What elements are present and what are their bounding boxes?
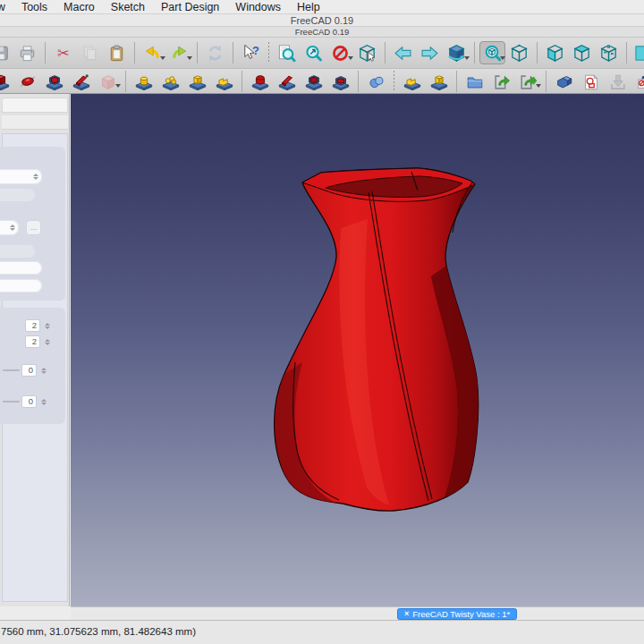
- toolbar-separator: [125, 71, 126, 92]
- angle-spinbox-2[interactable]: 0: [21, 395, 37, 408]
- panel-sub-header: [2, 115, 68, 130]
- cursor-coordinates: 7560 mm, 31.075623 mm, 81.482643 mm): [1, 626, 196, 637]
- menu-item-view[interactable]: View: [0, 0, 13, 14]
- dropdown-caret-icon: [187, 56, 192, 60]
- draw-style-icon[interactable]: [327, 41, 353, 64]
- std-part-icon[interactable]: [631, 71, 644, 92]
- revolution-icon[interactable]: [14, 71, 40, 92]
- additive-primitives-icon[interactable]: [211, 71, 237, 92]
- additive-sphere-icon[interactable]: [157, 71, 183, 92]
- import-icon[interactable]: [605, 71, 631, 92]
- fit-all-icon[interactable]: [274, 41, 300, 64]
- svg-text:✂: ✂: [57, 45, 70, 61]
- print-icon[interactable]: [14, 41, 40, 64]
- toolbar-separator: [242, 71, 242, 92]
- additive-cylinder-icon[interactable]: [131, 71, 157, 92]
- whats-this-icon[interactable]: ?: [238, 41, 264, 64]
- dropdown-caret-icon: [160, 56, 165, 60]
- dropdown-caret-icon: [536, 84, 541, 88]
- boolean-icon[interactable]: [363, 71, 389, 92]
- spinner-arrows-icon[interactable]: [8, 222, 16, 233]
- fly-mode-icon[interactable]: [444, 41, 470, 64]
- additive-box-icon[interactable]: [184, 71, 210, 92]
- toolbar-separator: [358, 71, 359, 92]
- cut-icon[interactable]: ✂: [50, 41, 76, 64]
- part-icon[interactable]: [551, 71, 577, 92]
- menu-item-macro[interactable]: Macro: [55, 0, 103, 14]
- right-view-icon[interactable]: [596, 41, 622, 64]
- subtractive-loft-icon[interactable]: [327, 71, 353, 92]
- task-panel: … 2 2 0 0: [0, 94, 70, 606]
- nav-back-icon[interactable]: [390, 41, 416, 64]
- front-view-icon[interactable]: [542, 41, 568, 64]
- toolbar-separator: [626, 42, 627, 64]
- nav-forward-icon[interactable]: [417, 41, 443, 64]
- toolbar-separator: [385, 42, 386, 64]
- document-tab-bar: × FreeCAD Twisty Vase : 1*: [71, 606, 644, 620]
- paste-icon[interactable]: [104, 41, 130, 64]
- export-as-icon[interactable]: [515, 71, 541, 92]
- spinner-arrows-icon[interactable]: [39, 396, 47, 407]
- menu-item-sketch[interactable]: Sketch: [103, 0, 153, 14]
- toolbar-separator: [233, 42, 233, 64]
- axonometric-view-icon[interactable]: [506, 41, 532, 64]
- close-tab-icon[interactable]: ×: [404, 609, 409, 619]
- menu-item-tools[interactable]: Tools: [13, 0, 55, 14]
- status-bar: 7560 mm, 31.075623 mm, 81.482643 mm): [0, 620, 644, 644]
- length-spinbox[interactable]: [0, 220, 19, 235]
- undo-icon[interactable]: [140, 41, 165, 64]
- dropdown-caret-icon: [348, 56, 353, 60]
- standard-view-toolbar: ✂?: [0, 38, 644, 69]
- sketch-icon[interactable]: [578, 71, 604, 92]
- menu-item-windows[interactable]: Windows: [227, 0, 289, 14]
- top-view-icon[interactable]: [569, 41, 595, 64]
- 3d-viewport[interactable]: [71, 94, 644, 606]
- additive-helix-icon[interactable]: [95, 71, 121, 92]
- additive-loft-icon[interactable]: [41, 71, 67, 92]
- pad-icon[interactable]: [0, 71, 13, 92]
- toolbar-separator: [456, 71, 457, 92]
- menu-item-help[interactable]: Help: [289, 0, 328, 14]
- toolbar-separator: [134, 42, 135, 64]
- group-icon[interactable]: [462, 71, 487, 92]
- toolbar-separator: [394, 71, 394, 92]
- refresh-icon[interactable]: [202, 41, 228, 64]
- spinner-arrows-icon[interactable]: [31, 171, 39, 182]
- slider[interactable]: [3, 401, 20, 402]
- part-design-toolbar: [0, 69, 644, 94]
- groove-icon[interactable]: [301, 71, 326, 92]
- subtractive-wedge-icon[interactable]: [274, 71, 300, 92]
- angle-spinbox-1[interactable]: 0: [21, 364, 37, 377]
- zoom-tools-icon[interactable]: [479, 41, 505, 64]
- redo-icon[interactable]: [166, 41, 192, 64]
- browse-button[interactable]: …: [26, 220, 41, 235]
- vase-model[interactable]: [71, 94, 644, 606]
- count-spinbox-2[interactable]: 2: [25, 335, 40, 348]
- window-title: FreeCAD 0.19: [0, 14, 644, 27]
- rear-view-icon[interactable]: [631, 41, 644, 64]
- field-label-pill: [0, 189, 35, 201]
- spinner-arrows-icon[interactable]: [43, 320, 51, 331]
- menu-item-part-design[interactable]: Part Design: [153, 0, 227, 14]
- additive-pipe-icon[interactable]: [68, 71, 94, 92]
- box-selection-icon[interactable]: [354, 41, 380, 64]
- clone-icon[interactable]: [426, 71, 452, 92]
- count-spinbox-1[interactable]: 2: [25, 319, 40, 332]
- input-field[interactable]: [0, 261, 42, 275]
- document-tab[interactable]: × FreeCAD Twisty Vase : 1*: [397, 608, 517, 620]
- spinner-arrows-icon[interactable]: [43, 336, 51, 347]
- copy-icon[interactable]: [77, 41, 103, 64]
- slider[interactable]: [3, 369, 20, 371]
- shapebinder-icon[interactable]: [399, 71, 425, 92]
- input-field[interactable]: [0, 279, 42, 292]
- spinner-arrows-icon[interactable]: [39, 365, 47, 376]
- fit-selection-icon[interactable]: [301, 41, 326, 64]
- type-spinbox[interactable]: [0, 169, 42, 184]
- panel-tab-header[interactable]: [2, 97, 68, 113]
- save-icon[interactable]: [0, 41, 13, 64]
- toolbar-separator: [45, 42, 46, 64]
- export-icon[interactable]: [488, 71, 514, 92]
- document-tab-label: FreeCAD Twisty Vase : 1*: [412, 609, 510, 619]
- pocket-icon[interactable]: [247, 71, 273, 92]
- toolbar-separator: [268, 42, 269, 64]
